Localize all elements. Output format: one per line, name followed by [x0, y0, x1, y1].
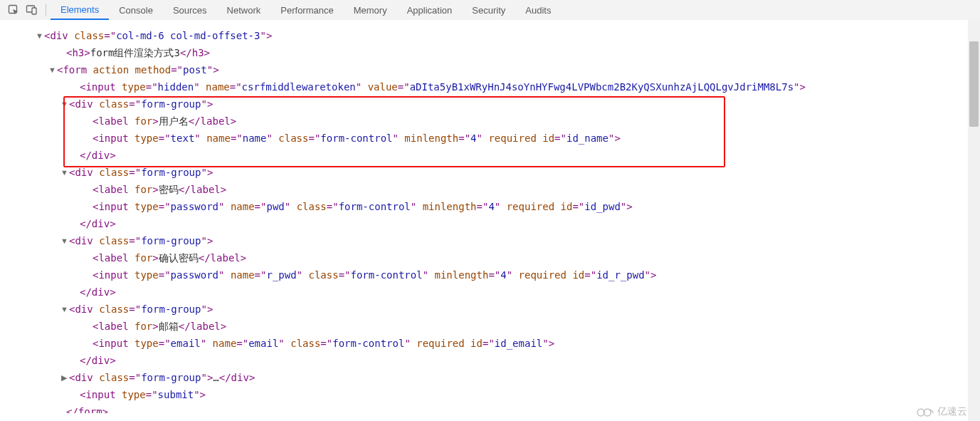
device-toggle-icon[interactable] [23, 1, 41, 19]
collapse-icon[interactable]: ▼ [60, 164, 68, 181]
dom-tree-row[interactable]: </div> [0, 215, 968, 232]
scrollbar-thumb[interactable] [969, 41, 979, 127]
dom-tree-row[interactable]: <input type="email" name="email" class="… [0, 335, 968, 352]
dom-tree-row[interactable]: <input type="password" name="r_pwd" clas… [0, 266, 968, 284]
inspect-icon[interactable] [4, 1, 23, 19]
collapse-icon[interactable]: ▼ [60, 301, 68, 318]
dom-tree-row[interactable]: ▼<div class="col-md-6 col-md-offset-3"> [0, 27, 968, 44]
collapse-icon[interactable]: ▼ [60, 95, 68, 113]
dom-tree-row[interactable]: <input type="text" name="name" class="fo… [0, 130, 968, 147]
dom-tree-row[interactable]: <h3>form组件渲染方式3</h3> [0, 44, 968, 61]
tab-elements[interactable]: Elements [51, 0, 109, 20]
tab-network[interactable]: Network [217, 1, 271, 20]
dom-tree-row[interactable]: </div> [0, 352, 968, 369]
dom-tree[interactable]: ▼<div class="col-md-6 col-md-offset-3"><… [0, 20, 968, 421]
dom-tree-row[interactable]: ▼<div class="form-group"> [0, 95, 968, 113]
tab-console[interactable]: Console [109, 1, 163, 20]
toolbar-separator [46, 4, 46, 16]
dom-tree-row[interactable]: <label for>用户名</label> [0, 113, 968, 130]
dom-tree-row[interactable]: </form> [0, 403, 968, 413]
tab-audits[interactable]: Audits [515, 1, 561, 20]
dom-tree-row[interactable]: <label for>邮箱</label> [0, 318, 968, 335]
dom-tree-row[interactable]: ▼<form action method="post"> [0, 61, 968, 78]
dom-tree-row[interactable]: <input type="hidden" name="csrfmiddlewar… [0, 78, 968, 95]
expand-icon[interactable]: ▶ [60, 369, 68, 386]
dom-tree-row[interactable]: <label for>确认密码</label> [0, 249, 968, 266]
tab-security[interactable]: Security [462, 1, 515, 20]
collapse-icon[interactable]: ▼ [36, 27, 43, 44]
dom-tree-row[interactable]: </div> [0, 147, 968, 164]
dom-tree-row[interactable]: ▼<div class="form-group"> [0, 232, 968, 249]
dom-tree-row[interactable]: ▼<div class="form-group"> [0, 164, 968, 181]
dom-tree-row[interactable]: ▼<div class="form-group"> [0, 301, 968, 318]
collapse-icon[interactable]: ▼ [60, 232, 68, 249]
dom-tree-row[interactable]: <input type="password" name="pwd" class=… [0, 198, 968, 215]
tab-performance[interactable]: Performance [270, 1, 343, 20]
dom-tree-row[interactable]: ▶<div class="form-group">…</div> [0, 369, 968, 386]
svg-rect-2 [32, 8, 36, 14]
tab-sources[interactable]: Sources [163, 1, 217, 20]
tab-memory[interactable]: Memory [344, 1, 397, 20]
tab-application[interactable]: Application [397, 1, 463, 20]
dom-tree-row[interactable]: <input type="submit"> [0, 386, 968, 403]
vertical-scrollbar[interactable] [968, 20, 980, 421]
dom-tree-row[interactable]: <label for>密码</label> [0, 181, 968, 198]
devtools-toolbar: ElementsConsoleSourcesNetworkPerformance… [0, 0, 980, 21]
collapse-icon[interactable]: ▼ [48, 61, 56, 78]
dom-tree-row[interactable]: </div> [0, 284, 968, 301]
devtools-tabs: ElementsConsoleSourcesNetworkPerformance… [51, 0, 561, 20]
elements-panel: ▼<div class="col-md-6 col-md-offset-3"><… [0, 20, 980, 421]
